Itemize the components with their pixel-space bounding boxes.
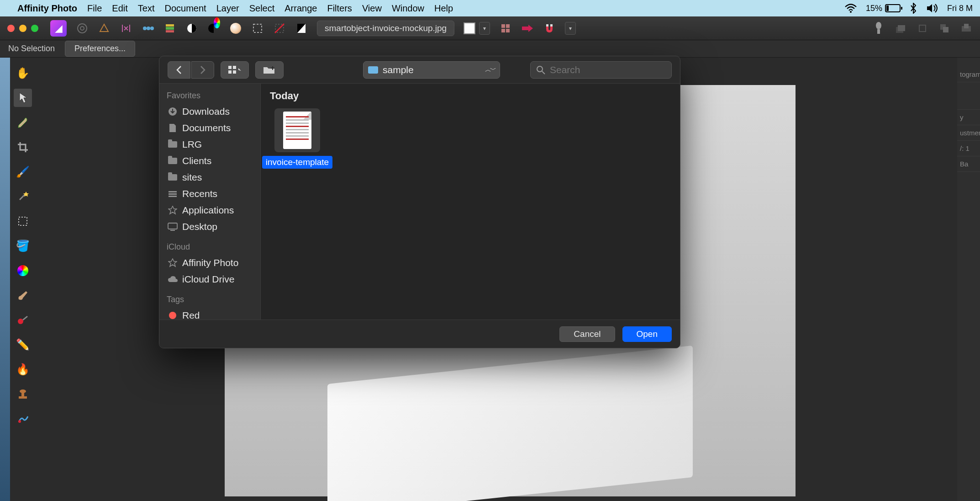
battery-status[interactable]: 15% (866, 4, 901, 13)
grid-icon[interactable] (499, 22, 512, 35)
order-back-icon[interactable] (916, 22, 929, 35)
svg-rect-11 (253, 24, 262, 32)
brush2-tool-icon[interactable] (14, 286, 32, 304)
assistant-icon[interactable] (872, 22, 885, 35)
sidebar-item-desktop[interactable]: Desktop (165, 219, 260, 235)
menu-filters[interactable]: Filters (327, 3, 352, 14)
preferences-button[interactable]: Preferences... (65, 41, 135, 57)
file-browser[interactable]: Today invoice-template (261, 84, 680, 320)
arrow-right-icon[interactable] (521, 22, 534, 35)
folder-icon (168, 139, 178, 149)
sidebar-item-applications[interactable]: Applications (165, 202, 260, 219)
soft-proof-icon[interactable] (229, 22, 242, 35)
sidebar-item-recents[interactable]: Recents (165, 186, 260, 202)
move-tool-icon[interactable] (14, 89, 32, 107)
menu-window[interactable]: Window (392, 3, 424, 14)
pencil-tool-icon[interactable]: ✏️ (14, 336, 32, 354)
folder-icon (368, 66, 378, 74)
color-replace-tool-icon[interactable] (14, 261, 32, 280)
bluetooth-icon[interactable] (910, 3, 917, 14)
persona-export-icon[interactable] (163, 22, 176, 35)
new-folder-button[interactable] (255, 61, 284, 79)
document-title[interactable]: smartobject-invoice-mockup.jpg (317, 21, 454, 36)
file-thumbnail (274, 108, 320, 152)
menu-edit[interactable]: Edit (112, 3, 127, 14)
menu-help[interactable]: Help (434, 3, 453, 14)
sidebar-item-downloads[interactable]: Downloads (165, 103, 260, 120)
window-zoom[interactable] (31, 25, 38, 32)
paintbrush-tool-icon[interactable]: 🖌️ (14, 163, 32, 181)
nav-forward-button[interactable] (191, 61, 214, 79)
no-selection-icon[interactable] (273, 22, 286, 35)
volume-icon[interactable] (926, 3, 938, 13)
wifi-icon[interactable] (845, 4, 857, 13)
search-field[interactable] (530, 61, 672, 79)
panel-histogram[interactable]: togram (957, 67, 980, 82)
panel-background[interactable]: Ba (957, 156, 980, 172)
cancel-button[interactable]: Cancel (559, 326, 615, 342)
menu-layer[interactable]: Layer (216, 3, 239, 14)
snap-dropdown[interactable]: ▾ (565, 22, 576, 35)
persona-tone-icon[interactable] (142, 22, 154, 35)
menubar-clock[interactable]: Fri 8 M (947, 4, 973, 13)
svg-point-22 (876, 22, 881, 29)
hand-tool-icon[interactable]: ✋ (14, 64, 32, 82)
window-minimize[interactable] (19, 25, 26, 32)
panel-adjustments[interactable]: ustmer (957, 125, 980, 141)
selection-status: No Selection (8, 44, 55, 53)
selection-dashed-icon[interactable] (251, 22, 264, 35)
sidebar-item-sites[interactable]: sites (165, 169, 260, 186)
menu-arrange[interactable]: Arrange (285, 3, 317, 14)
svg-rect-20 (546, 24, 548, 27)
svg-rect-23 (877, 29, 880, 34)
stamp-tool-icon[interactable] (14, 385, 32, 403)
fill-tool-icon[interactable]: 🪣 (14, 237, 32, 255)
order-top-icon[interactable] (960, 22, 973, 35)
svg-rect-48 (169, 193, 177, 195)
eyedropper-tool-icon[interactable] (14, 113, 32, 132)
nav-back-button[interactable] (168, 61, 190, 79)
swatch-dropdown[interactable]: ▾ (479, 22, 490, 35)
order-front-icon[interactable] (938, 22, 951, 35)
crop-tool-icon[interactable] (14, 138, 32, 156)
magnet-icon[interactable] (543, 22, 556, 35)
menu-document[interactable]: Document (164, 3, 206, 14)
menu-select[interactable]: Select (249, 3, 275, 14)
file-item[interactable]: invoice-template (270, 108, 325, 169)
sidebar-item-clients[interactable]: Clients (165, 153, 260, 169)
window-close[interactable] (7, 25, 15, 32)
affinity-toolbar: ◢ smartobject-invoice-mockup.jpg ▾ ▾ (0, 16, 980, 40)
layers-stack-icon[interactable] (894, 22, 907, 35)
view-mode-button[interactable] (221, 61, 249, 79)
location-popup[interactable]: sample ︿﹀ (363, 61, 500, 79)
persona-liquify-icon[interactable] (98, 22, 111, 35)
panel-unknown-y[interactable]: y (957, 110, 980, 125)
folder-icon (168, 156, 178, 166)
menu-file[interactable]: File (87, 3, 102, 14)
app-name[interactable]: Affinity Photo (17, 3, 77, 14)
sidebar-item-documents[interactable]: Documents (165, 120, 260, 136)
svg-line-45 (542, 71, 545, 74)
panel-opacity[interactable]: /: 1 (957, 141, 980, 156)
sidebar-item-lrg[interactable]: LRG (165, 136, 260, 153)
bw-adjust-icon[interactable] (185, 22, 198, 35)
invert-icon[interactable] (295, 22, 308, 35)
burn-tool-icon[interactable]: 🔥 (14, 360, 32, 378)
search-input[interactable] (550, 64, 666, 75)
menu-text[interactable]: Text (138, 3, 155, 14)
persona-photo-icon[interactable] (76, 22, 89, 35)
svg-line-13 (275, 24, 284, 33)
magic-wand-tool-icon[interactable] (14, 187, 32, 206)
svg-rect-6 (166, 27, 174, 30)
open-button[interactable]: Open (622, 326, 672, 342)
mixer-brush-tool-icon[interactable] (14, 311, 32, 329)
marquee-tool-icon[interactable] (14, 212, 32, 230)
menu-view[interactable]: View (362, 3, 382, 14)
liquify-tool-icon[interactable] (14, 410, 32, 428)
sidebar-item-affinity-photo[interactable]: Affinity Photo (165, 255, 260, 271)
color-wheel-icon[interactable] (207, 22, 220, 35)
sidebar-tag-red[interactable]: Red (165, 307, 260, 320)
sidebar-item-icloud-drive[interactable]: iCloud Drive (165, 271, 260, 288)
persona-develop-icon[interactable] (120, 22, 132, 35)
color-swatch[interactable] (464, 22, 475, 34)
